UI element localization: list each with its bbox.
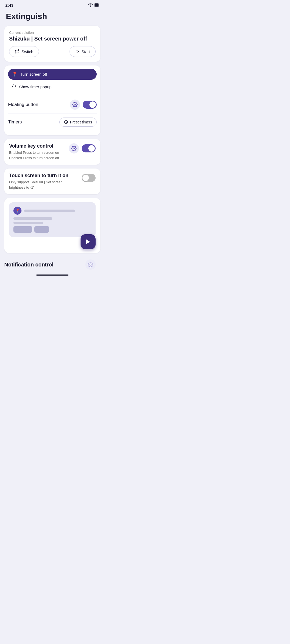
notif-body-line-2	[13, 222, 43, 224]
touch-header: Touch screen to turn it on Only support …	[9, 173, 96, 190]
notification-control-row: Notification control	[4, 257, 100, 270]
notif-app-icon: 📍	[13, 207, 21, 215]
gear-icon-notif	[88, 262, 93, 267]
play-icon	[75, 49, 79, 54]
dropdown-item-label-turn-screen-off: Turn screen off	[20, 72, 47, 76]
switch-icon	[15, 49, 20, 54]
vkc-title: Volume key control	[9, 143, 59, 149]
notif-body-lines	[13, 217, 91, 224]
vkc-text: Volume key control Enabled Press to turn…	[9, 143, 59, 160]
notif-top: 📍	[13, 207, 91, 215]
floating-button-label: Floating button	[8, 102, 38, 107]
status-bar: 2:43	[0, 0, 105, 9]
timers-label: Timers	[8, 119, 22, 125]
notif-action-1	[13, 226, 32, 233]
current-solution-card: Current solution Shizuku | Set screen po…	[4, 26, 100, 62]
floating-button-toggle-thumb	[89, 101, 96, 108]
svg-point-7	[73, 148, 75, 149]
touch-toggle-thumb	[82, 175, 89, 181]
vkc-toggle-thumb	[88, 145, 95, 152]
floating-button-gear[interactable]	[70, 100, 80, 110]
floating-button-toggle[interactable]	[83, 101, 97, 109]
timer-icon-dropdown: ⏱	[12, 84, 16, 89]
dropdown-item-turn-screen-off[interactable]: 📍 Turn screen off	[8, 69, 97, 80]
card-buttons: Switch Start	[9, 46, 96, 57]
notif-title-line	[24, 210, 75, 212]
dropdown-menu: 📍 Turn screen off ⏱ Show timer popup	[8, 69, 97, 92]
switch-button[interactable]: Switch	[9, 46, 39, 57]
touch-title: Touch screen to turn it on	[9, 173, 74, 178]
start-button[interactable]: Start	[70, 46, 96, 57]
timer-icon-preset	[64, 120, 68, 124]
vkc-desc1: Enabled Press to turn screen on	[9, 150, 59, 155]
vkc-header: Volume key control Enabled Press to turn…	[9, 143, 96, 160]
gear-icon-floating	[72, 102, 78, 107]
current-solution-label: Current solution	[9, 31, 96, 35]
fab-button[interactable]	[81, 234, 96, 249]
timers-row: Timers Preset timers	[8, 114, 97, 130]
floating-button-row: Floating button	[8, 96, 97, 114]
volume-key-card: Volume key control Enabled Press to turn…	[4, 139, 100, 165]
action-card: 📍 Turn screen off ⏱ Show timer popup Flo…	[4, 65, 100, 135]
notification-control-label: Notification control	[4, 262, 53, 268]
pin-icon: 📍	[12, 71, 17, 77]
preset-timers-button[interactable]: Preset timers	[59, 118, 97, 127]
notif-body-line-1	[13, 217, 52, 220]
dropdown-item-show-timer-popup[interactable]: ⏱ Show timer popup	[8, 81, 97, 92]
vkc-controls	[69, 143, 96, 153]
wifi-icon	[88, 3, 93, 8]
fab-play-icon	[85, 239, 91, 245]
touch-desc: Only support 'Shizuku | Set screen brigh…	[9, 180, 74, 190]
vkc-desc2: Enabled Press to turn screen off	[9, 155, 59, 161]
notification-control-gear[interactable]	[85, 259, 96, 270]
status-time: 2:43	[5, 3, 13, 8]
floating-button-controls	[70, 100, 97, 110]
notif-action-2	[34, 226, 49, 233]
page-title: Extinguish	[0, 9, 105, 26]
vkc-gear-button[interactable]	[69, 143, 79, 153]
gear-icon-vkc	[71, 146, 77, 151]
touch-toggle[interactable]	[82, 174, 96, 182]
touch-screen-card: Touch screen to turn it on Only support …	[4, 169, 100, 194]
svg-point-9	[90, 264, 91, 265]
svg-marker-4	[76, 50, 79, 53]
svg-point-0	[90, 6, 91, 7]
current-solution-title: Shizuku | Set screen power off	[9, 36, 96, 42]
svg-rect-3	[95, 4, 98, 6]
svg-marker-8	[86, 239, 90, 244]
bottom-nav-bar	[36, 275, 68, 276]
status-icons	[88, 3, 99, 8]
svg-point-5	[74, 104, 76, 105]
notification-preview-card: 📍	[4, 198, 100, 253]
notif-action-buttons	[13, 226, 91, 233]
notification-preview: 📍	[9, 202, 96, 237]
vkc-toggle[interactable]	[82, 144, 96, 152]
dropdown-item-label-show-timer: Show timer popup	[19, 85, 52, 89]
battery-icon	[95, 3, 99, 8]
touch-text: Touch screen to turn it on Only support …	[9, 173, 74, 190]
